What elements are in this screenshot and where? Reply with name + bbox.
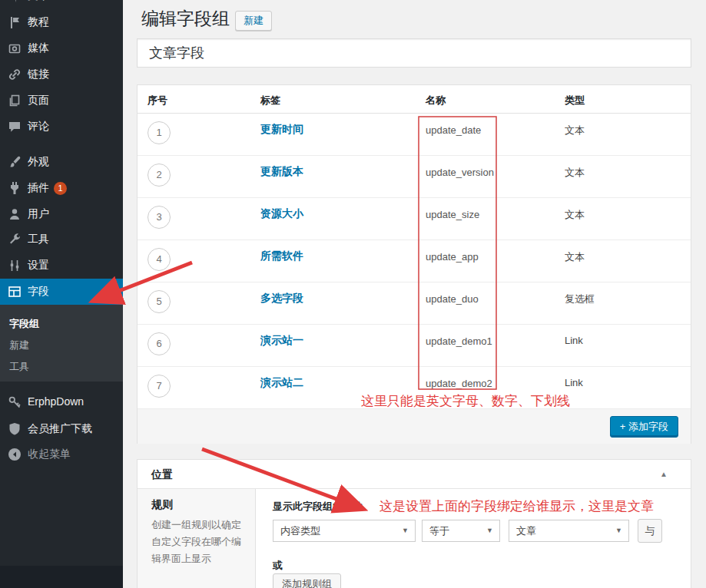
fields-submenu: 字段组 新建 工具 [0,305,123,382]
sidebar-item-users[interactable]: 用户 [0,201,123,227]
table-row: 6 演示站一 update_demo1 Link [138,325,691,367]
field-group-title-input[interactable] [137,38,691,68]
sidebar-item-collapse-menu[interactable]: 收起菜单 [0,441,123,467]
sidebar-item-settings[interactable]: 设置 [0,253,123,279]
condition-label: 显示此字段组的条件 [273,500,363,514]
field-name: update_size [426,209,479,220]
add-rule-group-button[interactable]: 添加规则组 [273,573,341,588]
column-type: 类型 [565,94,585,107]
fields-table-footer: + 添加字段 [138,409,691,444]
chevron-down-icon: ▼ [486,520,493,541]
field-order-handle[interactable]: 4 [147,248,171,271]
collapse-toggle-icon[interactable]: ▲ [660,470,668,478]
sidebar-item-member-download[interactable]: 会员推广下载 [0,416,123,442]
key-icon [7,395,22,410]
table-row: 1 更新时间 update_date 文本 [138,114,691,156]
rules-title: 规则 [151,498,173,512]
table-row: 4 所需软件 update_app 文本 [138,240,691,282]
field-label-link[interactable]: 更新版本 [260,165,303,179]
rule-param-value: 内容类型 [280,525,320,537]
add-new-button[interactable]: 新建 [235,11,272,31]
chevron-down-icon: ▼ [615,520,622,541]
field-name: update_duo [426,293,479,305]
sidebar-item-pages[interactable]: 页面 [0,88,123,114]
main-content: 编辑字段组 新建 序号 标签 名称 类型 1 更新时间 update_date … [123,0,706,588]
location-title: 位置 [151,468,173,482]
field-name: update_app [426,251,479,263]
pin-icon [7,0,22,4]
field-type: 文本 [565,166,585,180]
plugin-icon [7,180,22,196]
field-type: Link [565,377,583,388]
field-order-handle[interactable]: 6 [147,332,171,355]
sidebar-item-appearance[interactable]: 外观 [0,149,123,175]
sidebar-item-tutorials[interactable]: 教程 [0,9,123,35]
flag-icon [7,15,22,30]
location-body: 规则 创建一组规则以确定自定义字段在哪个编辑界面上显示 显示此字段组的条件 内容… [138,489,691,588]
rule-value-value: 文章 [516,525,536,537]
sidebar-item-plugins-label: 插件 [28,181,49,193]
camera-icon [7,41,22,56]
shield-icon [7,421,22,437]
submenu-item-tools[interactable]: 工具 [0,356,123,376]
field-type: 文本 [565,124,585,137]
field-order-handle[interactable]: 2 [147,164,171,187]
field-name: update_demo1 [426,335,492,347]
fields-table: 序号 标签 名称 类型 1 更新时间 update_date 文本 2 更新版本… [137,84,691,444]
sidebar-item-tools[interactable]: 工具 [0,226,123,253]
field-label-link[interactable]: 演示站二 [260,376,303,390]
submenu-item-field-groups[interactable]: 字段组 [0,313,123,333]
table-icon [7,284,22,299]
rule-value-select[interactable]: 文章 ▼ [509,520,629,542]
rules-description: 创建一组规则以确定自定义字段在哪个编辑界面上显示 [151,517,248,567]
sidebar-item-fields[interactable]: 字段 [0,279,123,305]
field-label-link[interactable]: 资源大小 [260,207,303,221]
add-field-button[interactable]: + 添加字段 [610,416,678,438]
sliders-icon [7,258,22,273]
column-order: 序号 [147,94,167,107]
rule-operator-select[interactable]: 等于 ▼ [422,520,500,542]
sidebar-item-comments[interactable]: 评论 [0,114,123,140]
page-title: 编辑字段组 [141,7,230,31]
comment-icon [7,119,22,134]
field-label-link[interactable]: 更新时间 [260,123,303,137]
table-row: 5 多选字段 update_duo 复选框 [138,282,691,325]
field-label-link[interactable]: 所需软件 [260,249,303,263]
fields-table-header: 序号 标签 名称 类型 [138,85,691,114]
field-type: 复选框 [565,292,595,306]
or-label: 或 [273,559,283,573]
field-label-link[interactable]: 多选字段 [260,292,303,306]
wrench-icon [7,232,22,247]
field-order-handle[interactable]: 1 [147,121,171,144]
sidebar-item-plugins[interactable]: 插件1 [0,175,123,201]
brush-icon [7,154,22,170]
rule-operator-value: 等于 [429,525,449,537]
field-type: 文本 [565,250,585,264]
user-icon [7,206,22,222]
sidebar-item-posts[interactable]: 文章 [0,0,123,9]
field-type: Link [565,335,583,346]
column-label: 标签 [260,94,280,107]
field-order-handle[interactable]: 7 [147,375,171,398]
add-and-rule-button[interactable]: 与 [638,519,662,543]
sidebar-footer-strip [0,566,123,588]
admin-sidebar: 文章 教程 媒体 链接 页面 评论 外观 [0,0,123,588]
table-row: 3 资源大小 update_size 文本 [138,198,691,240]
rule-param-select[interactable]: 内容类型 ▼ [273,520,416,542]
field-order-handle[interactable]: 5 [147,290,171,313]
column-name: 名称 [426,94,446,107]
sidebar-item-erphpdown[interactable]: ErphpDown [0,389,123,415]
location-header: 位置 ▲ [138,460,691,489]
sidebar-item-links[interactable]: 链接 [0,61,123,88]
table-row: 2 更新版本 update_version 文本 [138,156,691,198]
chevron-down-icon: ▼ [402,520,409,541]
field-name: update_version [426,167,494,178]
field-label-link[interactable]: 演示站一 [260,334,303,348]
submenu-item-add-new[interactable]: 新建 [0,335,123,355]
link-icon [7,67,22,82]
collapse-icon [7,447,22,462]
table-row: 7 演示站二 update_demo2 Link [138,367,691,409]
field-name: update_demo2 [426,378,492,389]
sidebar-item-media[interactable]: 媒体 [0,35,123,61]
field-order-handle[interactable]: 3 [147,206,171,229]
